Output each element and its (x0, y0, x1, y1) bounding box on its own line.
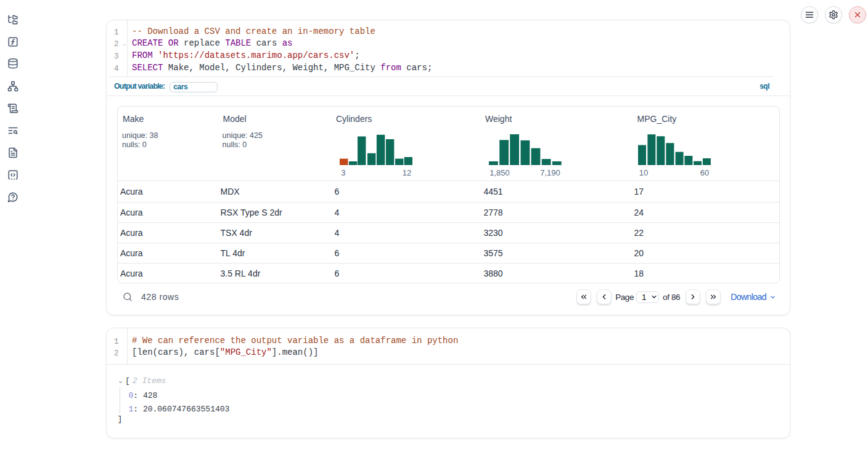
svg-text:3: 3 (341, 168, 345, 177)
svg-text:12: 12 (403, 168, 411, 177)
svg-text:10: 10 (639, 168, 648, 177)
svg-text:1,850: 1,850 (489, 168, 510, 177)
svg-text:7,190: 7,190 (540, 168, 560, 177)
svg-text:60: 60 (700, 168, 709, 177)
